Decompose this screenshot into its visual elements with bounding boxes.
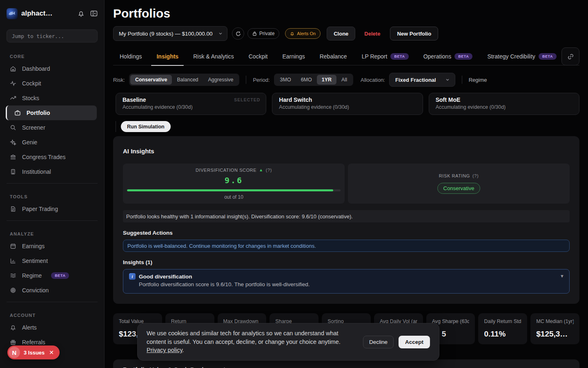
sidebar-item-screener[interactable]: Screener (0, 120, 104, 135)
app-root: alphact… CORE Dashboard Cockpit Sto (0, 0, 588, 368)
score-progress-track (127, 189, 341, 191)
risk-option-aggressive[interactable]: Aggressive (203, 75, 238, 85)
private-badge[interactable]: Private (247, 28, 279, 39)
portfolio-health-summary: Portfolio looks healthy with 1 informati… (123, 210, 570, 222)
bank-icon (10, 154, 17, 160)
risk-rating-badge: Conservative (437, 183, 481, 194)
score-progress-fill (127, 189, 333, 191)
tab-risk-analytics[interactable]: Risk & Analytics (187, 47, 241, 65)
sidebar-item-label: Genie (22, 139, 37, 146)
score-out-of-label: out of 10 (224, 194, 243, 200)
target-icon (10, 287, 17, 294)
period-segmented-control: 3MO 6MO 1YR All (274, 74, 353, 86)
insight-item-good-diversification[interactable]: i Good diversification Portfolio diversi… (123, 269, 570, 294)
tab-cockpit[interactable]: Cockpit (242, 47, 274, 65)
alert-bell-icon (290, 31, 294, 36)
sidebar-header: alphact… (7, 7, 98, 20)
sidebar-item-paper-trading[interactable]: Paper Trading (0, 202, 104, 216)
diversification-score-label: DIVERSIFICATION SCORE (196, 168, 256, 173)
section-label-tools: TOOLS (10, 194, 104, 199)
sidebar-divider (7, 302, 98, 302)
tab-lp-report[interactable]: LP ReportBETA (355, 47, 415, 65)
new-portfolio-button[interactable]: New Portfolio (390, 27, 438, 40)
period-option-3mo[interactable]: 3MO (275, 75, 296, 85)
sidebar-item-label: Cockpit (22, 80, 41, 87)
portfolio-value-panel: Portfolio Value & Cash Deployment (113, 359, 579, 368)
sidebar-item-alerts[interactable]: Alerts (0, 320, 104, 335)
clone-button[interactable]: Clone (327, 27, 355, 40)
portfolio-toolbar: My Portfolio (9 stocks) — $100,000.00 Pr… (113, 26, 579, 41)
period-option-1yr[interactable]: 1YR (317, 75, 336, 85)
alerts-on-label: Alerts On (297, 31, 316, 36)
search-icon (10, 124, 17, 131)
sidebar-item-earnings[interactable]: Earnings (0, 239, 104, 254)
close-icon[interactable]: ✕ (49, 349, 54, 356)
period-option-all[interactable]: All (336, 75, 352, 85)
sidebar-item-dashboard[interactable]: Dashboard (0, 61, 104, 76)
sidebar-item-sentiment[interactable]: Sentiment (0, 254, 104, 268)
up-arrow-icon: ▲ (259, 168, 263, 172)
strategy-card-baseline[interactable]: Baseline Accumulating evidence (0/30d) S… (116, 93, 266, 115)
sidebar-item-label: Congress Trades (22, 154, 66, 160)
strategy-card-soft-moe[interactable]: Soft MoE Accumulating evidence (0/30d) (429, 93, 579, 115)
strategy-card-hard-switch[interactable]: Hard Switch Accumulating evidence (0/30d… (272, 93, 423, 115)
filter-divider (462, 76, 462, 84)
period-option-6mo[interactable]: 6MO (296, 75, 317, 85)
sidebar-collapse-icon[interactable] (90, 10, 98, 17)
portfolio-selector-value: My Portfolio (9 stocks) — $100,000.00 (119, 31, 216, 37)
help-icon[interactable]: (?) (472, 173, 479, 178)
share-link-button[interactable] (561, 47, 579, 65)
issues-toast[interactable]: N 3 Issues ✕ (7, 346, 60, 359)
bell-icon (10, 324, 17, 331)
risk-option-conservative[interactable]: Conservative (130, 75, 172, 85)
cookie-banner: We use cookies and similar tech for anal… (137, 323, 439, 361)
cookie-decline-button[interactable]: Decline (363, 336, 394, 348)
sidebar-item-regime[interactable]: Regime BETA (0, 268, 104, 283)
risk-option-balanced[interactable]: Balanced (172, 75, 203, 85)
tab-holdings[interactable]: Holdings (113, 47, 148, 65)
app-logo (7, 8, 18, 19)
tab-rebalance[interactable]: Rebalance (313, 47, 354, 65)
sidebar-item-congress-trades[interactable]: Congress Trades (0, 150, 104, 164)
sidebar-item-institutional[interactable]: Institutional (0, 164, 104, 179)
strategy-cards: Baseline Accumulating evidence (0/30d) S… (116, 93, 579, 115)
beta-badge: BETA (539, 53, 557, 60)
tab-insights[interactable]: Insights (150, 47, 185, 65)
insights-heading: Insights (1) (123, 259, 570, 265)
help-icon[interactable]: (?) (266, 168, 272, 173)
sidebar-item-label: Sentiment (22, 258, 48, 264)
issues-count-label: 3 Issues (24, 350, 45, 356)
sidebar-item-label: Stocks (22, 95, 39, 101)
alerts-on-badge[interactable]: Alerts On (285, 28, 321, 39)
cookie-accept-button[interactable]: Accept (399, 336, 430, 348)
portfolio-selector[interactable]: My Portfolio (9 stocks) — $100,000.00 (113, 26, 227, 41)
allocation-filter-label: Allocation: (361, 77, 385, 83)
tab-operations[interactable]: OperationsBETA (417, 47, 479, 65)
regime-toggle-label[interactable]: Regime (469, 77, 487, 83)
suggested-action-item: Portfolio is well-balanced. Continue mon… (123, 240, 570, 252)
building-icon (10, 168, 17, 175)
search-input[interactable] (12, 33, 92, 39)
notifications-bell-icon[interactable] (78, 10, 85, 17)
tab-earnings[interactable]: Earnings (276, 47, 311, 65)
portfolio-tabs: Holdings Insights Risk & Analytics Cockp… (113, 47, 579, 65)
run-simulation-button[interactable]: Run Simulation (121, 121, 171, 132)
privacy-policy-link[interactable]: Privacy policy (147, 347, 183, 353)
diversification-score-card: DIVERSIFICATION SCORE ▲ (?) 9.6 out of 1… (123, 164, 345, 204)
sidebar-item-conviction[interactable]: Conviction (0, 283, 104, 298)
sidebar-item-genie[interactable]: Genie (0, 135, 104, 150)
sidebar-item-label: Dashboard (22, 65, 50, 72)
info-icon: i (129, 273, 136, 280)
jump-to-ticker-search[interactable] (7, 29, 98, 43)
sidebar-item-label: Institutional (22, 168, 51, 175)
tab-strategy-credibility[interactable]: Strategy CredibilityBETA (481, 47, 563, 65)
sidebar-item-portfolio[interactable]: Portfolio (6, 105, 97, 120)
sidebar-item-stocks[interactable]: Stocks (0, 91, 104, 105)
delete-button[interactable]: Delete (358, 27, 387, 40)
allocation-dropdown[interactable]: Fixed Fractional (389, 73, 455, 87)
sidebar-item-cockpit[interactable]: Cockpit (0, 76, 104, 91)
sidebar-item-settings[interactable]: Settings (0, 364, 104, 368)
collapse-caret-icon[interactable]: ▼ (560, 274, 564, 278)
refresh-button[interactable] (232, 27, 244, 40)
chevron-down-icon (445, 77, 450, 82)
